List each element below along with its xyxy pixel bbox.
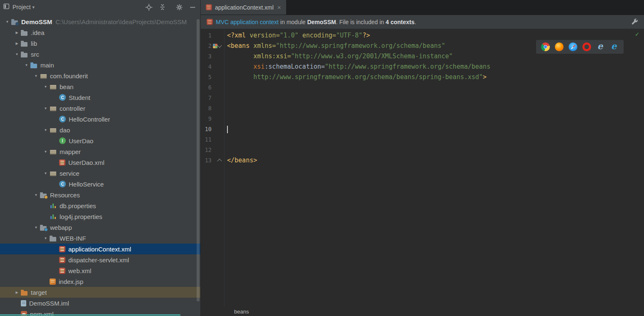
banner-module: DemoSSM — [307, 19, 336, 25]
firefox-icon[interactable] — [555, 42, 564, 51]
chevron-expanded-icon[interactable]: ▼ — [42, 107, 50, 110]
opera-icon[interactable] — [582, 42, 591, 51]
edge-icon[interactable] — [610, 42, 619, 51]
settings-icon[interactable] — [176, 4, 183, 11]
folder-icon — [21, 51, 28, 58]
tree-item-service[interactable]: ▼service — [0, 168, 200, 179]
tree-item-helloservice[interactable]: CHelloService — [0, 179, 200, 189]
tree-item-label: HelloController — [69, 116, 110, 123]
package-icon — [50, 127, 57, 134]
project-view-selector[interactable]: Project — [12, 4, 31, 10]
line-number: 2 — [201, 41, 212, 51]
tree-item-bean[interactable]: ▼bean — [0, 81, 200, 92]
tree-item-main[interactable]: ▼main — [0, 60, 200, 70]
banner-contexts-link[interactable]: 4 contexts — [386, 19, 414, 25]
project-panel: Project ▾ ▼DemoSSMC:\Users\Administrator… — [0, 0, 201, 316]
project-panel-header: Project ▾ — [0, 0, 200, 14]
ie-icon[interactable] — [596, 42, 605, 51]
code-line-6[interactable]: 6 — [201, 82, 644, 93]
tree-item-label: src — [31, 51, 39, 58]
code-text — [224, 134, 227, 145]
tree-item-lib[interactable]: ▶lib — [0, 38, 200, 49]
tree-item-controller[interactable]: ▼controller — [0, 103, 200, 114]
tree-item-webapp[interactable]: ▼webapp — [0, 222, 200, 233]
code-text: <beans xmlns="http://www.springframework… — [224, 41, 445, 51]
chevron-expanded-icon[interactable]: ▼ — [32, 74, 40, 78]
chevron-expanded-icon[interactable]: ▼ — [13, 52, 21, 56]
tree-item-idea[interactable]: ▶.idea — [0, 27, 200, 38]
code-line-11[interactable]: 11 — [201, 134, 644, 145]
code-line-13[interactable]: 13</beans> — [201, 155, 644, 166]
tree-item-applicationcontext-xml[interactable]: applicationContext.xml — [0, 244, 200, 254]
chevron-expanded-icon[interactable]: ▼ — [22, 63, 30, 67]
tree-item-demossm-iml[interactable]: DemoSSM.iml — [0, 298, 200, 309]
code-line-10[interactable]: 10 — [201, 124, 644, 134]
chevron-expanded-icon[interactable]: ▼ — [42, 128, 50, 132]
tree-item-db-properties[interactable]: db.properties — [0, 200, 200, 211]
tab-applicationcontext-xml[interactable]: applicationContext.xml × — [201, 0, 287, 15]
code-line-8[interactable]: 8 — [201, 103, 644, 114]
tree-item-label: Student — [69, 94, 90, 101]
inspection-status-icon[interactable]: ✓ — [635, 30, 639, 38]
safari-icon[interactable] — [569, 42, 577, 51]
code-token — [227, 52, 253, 60]
tree-item-label: webapp — [50, 224, 72, 231]
tree-item-label: controller — [60, 105, 85, 112]
code-editor[interactable]: 1<?xml version="1.0" encoding="UTF-8"?>2… — [201, 29, 644, 307]
breadcrumb-beans[interactable]: beans — [234, 309, 249, 315]
banner-mid1: in module — [279, 19, 307, 25]
collapse-all-icon[interactable] — [159, 4, 166, 11]
tree-item-log4j-properties[interactable]: log4j.properties — [0, 211, 200, 222]
tree-item-dao[interactable]: ▼dao — [0, 124, 200, 135]
code-text — [224, 82, 227, 93]
code-line-4[interactable]: 4 xsi:schemaLocation="http://www.springf… — [201, 62, 644, 72]
wrench-icon[interactable] — [631, 18, 638, 25]
locate-icon[interactable] — [145, 4, 152, 11]
chevron-expanded-icon[interactable]: ▼ — [32, 226, 40, 229]
code-line-12[interactable]: 12 — [201, 145, 644, 155]
tree-item-web-xml[interactable]: web.xml — [0, 265, 200, 276]
tree-item-src[interactable]: ▼src — [0, 49, 200, 60]
chevron-expanded-icon[interactable]: ▼ — [3, 20, 11, 24]
fold-region-start-icon[interactable] — [217, 43, 222, 47]
code-line-9[interactable]: 9 — [201, 114, 644, 124]
tree-item-hellocontroller[interactable]: CHelloController — [0, 114, 200, 124]
project-tree-vertical-scrollbar[interactable] — [197, 19, 200, 301]
chevron-expanded-icon[interactable]: ▼ — [32, 193, 40, 197]
chevron-collapsed-icon[interactable]: ▶ — [13, 291, 21, 294]
tree-item-student[interactable]: CStudent — [0, 92, 200, 103]
tree-item-userdao[interactable]: IUserDao — [0, 135, 200, 146]
tree-item-web-inf[interactable]: ▼WEB-INF — [0, 233, 200, 244]
chrome-icon[interactable] — [541, 42, 550, 51]
folder-icon — [21, 40, 28, 47]
tree-item-mapper[interactable]: ▼mapper — [0, 146, 200, 157]
code-line-7[interactable]: 7 — [201, 93, 644, 103]
chevron-expanded-icon[interactable]: ▼ — [42, 172, 50, 175]
spring-bean-gutter-icon[interactable] — [213, 44, 217, 48]
tree-item-target[interactable]: ▶target — [0, 287, 200, 298]
xml-file-icon — [207, 19, 212, 25]
chevron-expanded-icon[interactable]: ▼ — [42, 236, 50, 240]
chevron-collapsed-icon[interactable]: ▶ — [13, 42, 21, 45]
gutter-icons — [212, 134, 224, 145]
gutter-icons — [212, 93, 224, 103]
chevron-collapsed-icon[interactable]: ▶ — [13, 31, 21, 35]
hide-panel-icon[interactable] — [189, 4, 196, 11]
tree-item-com-founderit[interactable]: ▼com.founderit — [0, 70, 200, 81]
chevron-expanded-icon[interactable]: ▼ — [42, 85, 50, 89]
close-tab-icon[interactable]: × — [277, 4, 281, 10]
code-line-1[interactable]: 1<?xml version="1.0" encoding="UTF-8"?> — [201, 30, 644, 41]
tree-item-dispatcher-servlet-xml[interactable]: dispatcher-servlet.xml — [0, 254, 200, 265]
tree-item-resources[interactable]: ▼Resources — [0, 189, 200, 200]
fold-region-end-icon[interactable] — [217, 159, 222, 163]
chevron-expanded-icon[interactable]: ▼ — [42, 150, 50, 154]
tree-item-demossm[interactable]: ▼DemoSSMC:\Users\Administrator\IdeaProje… — [0, 16, 200, 27]
project-tree-horizontal-scrollbar[interactable] — [0, 314, 180, 316]
code-line-5[interactable]: 5 http://www.springframework.org/schema/… — [201, 72, 644, 82]
tree-item-userdao-xml[interactable]: UserDao.xml — [0, 157, 200, 168]
code-token: xmlns= — [253, 42, 276, 50]
line-number: 11 — [201, 134, 212, 145]
tree-item-index-jsp[interactable]: index.jsp — [0, 276, 200, 287]
xml-icon — [59, 246, 65, 252]
mvc-context-link[interactable]: MVC application context — [216, 19, 279, 25]
